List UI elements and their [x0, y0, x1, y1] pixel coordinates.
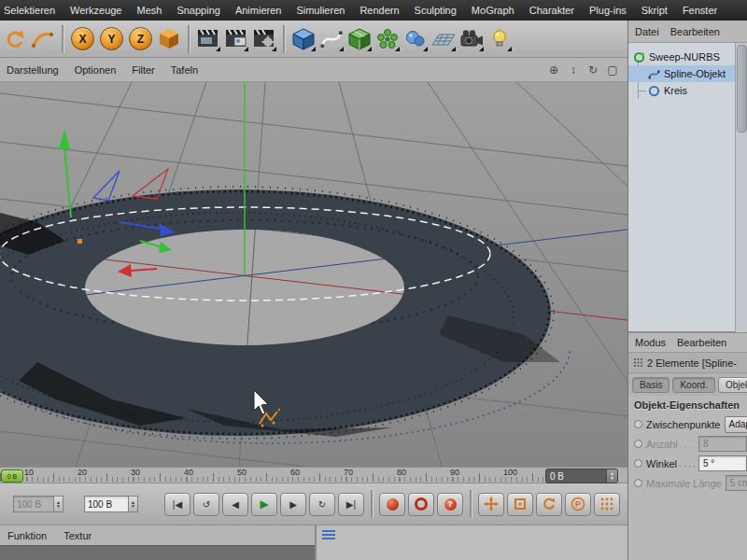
am-menu-item[interactable]: Modus: [635, 337, 666, 348]
start-frame-stepper[interactable]: ▲▼: [53, 497, 63, 511]
viewport-canvas[interactable]: [0, 82, 627, 467]
viewport-menu-item[interactable]: Darstellung: [7, 64, 59, 76]
pan-view-icon[interactable]: ⊕: [546, 63, 561, 77]
array-modifier-icon[interactable]: [374, 26, 401, 52]
winkel-field[interactable]: 5 °: [698, 455, 747, 471]
start-frame-value: 100 B: [14, 497, 53, 511]
record-rotation-toggle[interactable]: [536, 493, 562, 516]
tab-koord[interactable]: Koord.: [672, 377, 714, 393]
anim-dot-icon[interactable]: [634, 440, 642, 448]
camera-icon[interactable]: [458, 26, 485, 52]
tree-item-sweep-nurbs[interactable]: Sweep-NURBS: [628, 49, 747, 65]
toggle-view-icon[interactable]: ▢: [605, 63, 620, 77]
anim-dot-icon[interactable]: [634, 479, 642, 487]
record-position-toggle[interactable]: [478, 493, 504, 516]
record-keyframe-button[interactable]: [379, 493, 405, 516]
goto-start-button[interactable]: |◀: [164, 493, 190, 516]
object-manager-tree: Sweep-NURBS Spline-Objekt Kreis: [628, 43, 747, 332]
start-frame-field[interactable]: 100 B ▲▼: [13, 496, 63, 512]
subdivision-surface-icon[interactable]: [346, 26, 373, 52]
om-scrollbar[interactable]: [735, 43, 747, 332]
y-axis-lock-button[interactable]: Y: [100, 27, 123, 50]
zwischenpunkte-dropdown[interactable]: Adaptiv: [725, 416, 747, 433]
menubar-item[interactable]: MoGraph: [472, 5, 514, 16]
goto-end-button[interactable]: ▶|: [338, 493, 364, 516]
pen-tool-icon[interactable]: [30, 26, 56, 52]
om-scrollbar-thumb[interactable]: [737, 45, 747, 133]
render-view-icon[interactable]: [195, 26, 221, 52]
render-settings-icon[interactable]: [251, 26, 277, 52]
anim-dot-icon[interactable]: [634, 459, 642, 468]
play-button[interactable]: ▶: [251, 493, 277, 516]
maximale-laenge-field[interactable]: 5 cm: [726, 475, 747, 491]
ruler-number: 20: [78, 468, 87, 477]
tree-item-kreis[interactable]: Kreis: [628, 82, 747, 99]
material-manager: Funktion Textur: [0, 525, 315, 560]
material-menu-item[interactable]: Textur: [63, 530, 92, 541]
menubar-item[interactable]: Mesh: [136, 5, 162, 16]
cube-primitive-icon[interactable]: [290, 26, 317, 52]
menubar-item[interactable]: Charakter: [529, 5, 574, 16]
tree-item-spline-objekt[interactable]: Spline-Objekt: [628, 65, 747, 82]
autokey-button[interactable]: [408, 493, 434, 516]
menubar-item[interactable]: Fenster: [683, 5, 717, 16]
coordinate-system-icon[interactable]: [156, 26, 182, 52]
current-frame-field[interactable]: 0 B ▲▼: [545, 469, 618, 483]
record-pla-toggle[interactable]: P: [565, 493, 591, 516]
menubar-item[interactable]: Werkzeuge: [70, 5, 121, 16]
prev-key-button[interactable]: ↺: [193, 493, 219, 516]
viewport-menu-item[interactable]: Tafeln: [171, 64, 198, 76]
record-icon: [387, 498, 399, 511]
menubar-item[interactable]: Skript: [641, 5, 668, 16]
z-axis-lock-button[interactable]: Z: [129, 27, 152, 50]
next-frame-button[interactable]: ▶: [280, 493, 306, 516]
anzahl-field[interactable]: 8: [698, 436, 747, 452]
record-scale-toggle[interactable]: [507, 493, 533, 516]
spline-pen-icon[interactable]: [318, 26, 345, 52]
circle-spline-icon: [648, 85, 660, 97]
tab-objekt[interactable]: Objekt: [718, 377, 747, 393]
panel-menu-icon[interactable]: [322, 530, 335, 541]
x-axis-lock-button[interactable]: X: [71, 27, 94, 50]
floor-environment-icon[interactable]: [430, 26, 457, 52]
menubar-item[interactable]: Snapping: [176, 5, 220, 16]
ruler-number: 10: [24, 468, 34, 477]
rotate-view-icon[interactable]: ↻: [585, 63, 600, 77]
tree-item-label: Spline-Objekt: [664, 68, 726, 79]
timeline-ruler[interactable]: 10 20 30 40 50 60 70 80 90 100 0 B 0 B ▲…: [0, 467, 627, 483]
zoom-view-icon[interactable]: ↕: [566, 63, 581, 77]
menubar-item[interactable]: Selektieren: [4, 5, 55, 16]
material-menubar: Funktion Textur: [0, 525, 315, 545]
om-menu-item[interactable]: Bearbeiten: [670, 26, 720, 37]
keyframe-help-button[interactable]: ?: [437, 493, 463, 516]
menubar-item[interactable]: Sculpting: [415, 5, 457, 16]
viewport-menu-item[interactable]: Optionen: [75, 64, 117, 76]
current-frame-marker[interactable]: 0 B: [1, 469, 23, 483]
menubar-item[interactable]: Simulieren: [296, 5, 345, 16]
dotted-leader: . . . . . . . . .: [680, 440, 697, 449]
metaball-icon[interactable]: [402, 26, 429, 52]
menubar-item[interactable]: Rendern: [359, 5, 399, 16]
anim-dot-icon[interactable]: [634, 420, 642, 428]
sweep-nurbs-icon: [633, 51, 645, 63]
light-icon[interactable]: [486, 26, 513, 52]
end-frame-stepper[interactable]: ▲▼: [128, 497, 137, 511]
ruler-number: 70: [344, 468, 353, 477]
am-menu-item[interactable]: Bearbeiten: [677, 337, 726, 348]
end-frame-field[interactable]: 100 B ▲▼: [84, 496, 138, 512]
tab-basis[interactable]: Basis: [632, 377, 669, 393]
undo-icon[interactable]: [2, 26, 28, 52]
material-menu-item[interactable]: Funktion: [7, 530, 47, 541]
selection-info-text: 2 Elemente [Spline-: [647, 357, 737, 369]
prev-frame-button[interactable]: ◀: [222, 493, 248, 516]
keyframe-selection-button[interactable]: [594, 493, 620, 516]
menubar-item[interactable]: Animieren: [235, 5, 282, 16]
frame-stepper[interactable]: ▲▼: [606, 469, 617, 483]
menubar-item[interactable]: Plug-ins: [589, 5, 627, 16]
next-key-button[interactable]: ↻: [309, 493, 335, 516]
material-list-area[interactable]: [0, 545, 315, 560]
viewport-menu-item[interactable]: Filter: [132, 64, 154, 76]
render-picture-viewer-icon[interactable]: [223, 26, 249, 52]
om-menu-item[interactable]: Datei: [635, 26, 659, 37]
property-row-winkel: Winkel . . . . . . . . . 5 °: [628, 454, 747, 473]
